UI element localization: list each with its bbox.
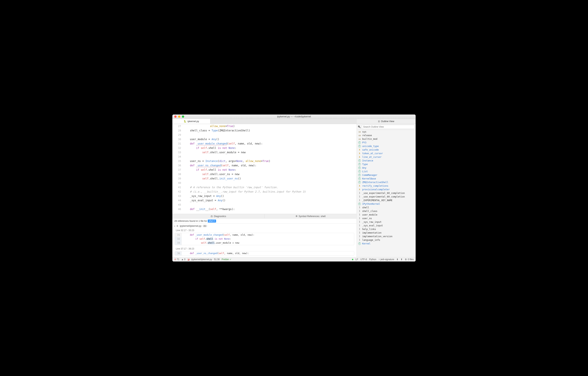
var-icon [358,239,361,241]
encoding[interactable]: UTF-8 [361,258,367,261]
outline-item[interactable]: ZMQInteractiveShell [357,180,416,184]
outline-item[interactable]: IPythonKernel [357,202,416,206]
language-mode[interactable]: Python [369,258,376,261]
references-file-count: 21 [203,225,207,227]
outline-item-label: implementation [362,231,381,234]
outline-item[interactable]: rectify_completions [357,184,416,188]
reference-range[interactable]: Line 37:17 - 39:23 [172,247,356,251]
outline-item[interactable]: KernelBase [357,177,416,180]
outline-tab[interactable]: Outline View [357,119,416,124]
outline-item-label: Any [362,167,366,169]
outline-item-label: _EXPERIMENTAL_KEY_NAME [362,199,392,202]
outline-item-label: token_at_cursor [362,152,383,155]
diagnostics-tab[interactable]: ⚖ Diagnostics [172,214,265,218]
outline-item-label: Kernel [362,242,370,245]
outline-icon [378,120,380,123]
references-token: shell [208,219,216,223]
cursor-position[interactable]: 51:30 [214,258,220,261]
outline-item[interactable]: _sys_eval_input [357,224,416,227]
outline-item-label: shell_class [362,210,377,212]
minimize-window-button[interactable] [178,115,180,118]
close-window-button[interactable] [174,115,177,118]
dock-tabs: ⚖ Diagnostics ✲ Symbol References: shell [172,214,356,219]
outline-item-label: language_info [362,239,380,241]
outline-item-label: safe_unicode [362,148,379,151]
warning-count[interactable]: ▲ 0 [181,258,185,261]
outline-item[interactable]: CommManager [357,173,416,177]
outline-item[interactable]: user_module [357,213,416,217]
func-icon [358,152,361,155]
outline-item[interactable]: release [357,134,416,137]
titlebar: ipykernel.py — ~/code/ipykernel [172,115,416,119]
editor-tab[interactable]: ipkernel.py [172,119,210,124]
class-icon [358,181,361,184]
prettier-status[interactable]: Prettier ✓ [222,258,232,261]
outline-item[interactable]: _EXPERIMENTAL_KEY_NAME [357,198,416,202]
outline-item-label: _use_experimental_60_completion [362,192,405,194]
references-icon: ✲ [296,215,298,218]
window-controls [174,115,184,118]
outline-item-label: user_ns [362,217,372,220]
var-icon [358,213,361,216]
references-file-node[interactable]: ipykernel/ipkernel.py 21 [172,224,356,228]
outline-item[interactable]: PY3 [357,141,416,144]
outline-item[interactable]: implementation_version [357,235,416,238]
outline-item[interactable]: Type [357,162,416,166]
file-icon [176,225,179,227]
outline-item[interactable]: _use_experimental_60_completion [357,191,416,195]
tab-bar: ipkernel.py Outline View [172,119,416,124]
outline-item[interactable]: builtin_mod [357,137,416,141]
outline-item[interactable]: shell [357,206,416,209]
lsp-status[interactable]: ⑂ jedi-signature [379,258,394,261]
symbol-references-tab[interactable]: ✲ Symbol References: shell [265,214,356,218]
error-count[interactable]: ⊘ 71 [174,258,179,261]
code-editor[interactable]: 2728293031323334353637383940414243444546… [172,124,356,214]
outline-item-label: ZMQInteractiveShell [362,181,388,184]
chevron-down-icon [174,225,175,227]
outline-item[interactable]: line_at_cursor [357,155,416,159]
outline-search-input[interactable] [362,125,415,129]
zoom-window-button[interactable] [182,115,184,118]
var-icon [358,228,361,230]
outline-item[interactable]: _sys_raw_input [357,220,416,224]
outline-item[interactable]: sys [357,130,416,134]
outline-item[interactable]: List [357,170,416,173]
outline-item[interactable]: user_ns [357,217,416,220]
outline-item[interactable]: provisionalcompleter [357,188,416,191]
upload-icon[interactable]: ⬆ [401,258,403,261]
files-count[interactable]: 🗎 0 files [405,258,414,261]
line-ending[interactable]: LF [356,258,358,261]
reference-snippet[interactable]: 36 def _user_ns_changed(self, name, old,… [175,251,354,256]
code-area[interactable]: allow_none=True) shell_class = Type(ZMQI… [184,124,356,214]
outline-item[interactable]: implementation [357,231,416,235]
edit-icon[interactable]: ◪ [187,258,190,261]
outline-item[interactable]: token_at_cursor [357,152,416,155]
outline-search-row [357,124,416,130]
outline-item[interactable]: Any [357,166,416,170]
outline-item[interactable]: language_info [357,238,416,242]
outline-item-label: user_module [362,213,377,216]
class-icon [358,159,361,162]
outline-item[interactable]: unicode_type [357,144,416,148]
outline-item[interactable]: _use_experimental_60_completion [357,195,416,198]
outline-item-label: help_links [362,228,376,230]
status-file-path[interactable]: ipykernel/ipkernel.py [191,258,212,261]
outline-list[interactable]: sysreleasebuiltin_modPY3unicode_typesafe… [357,130,416,257]
outline-item-label: unicode_type [362,145,379,147]
outline-item[interactable]: Instance [357,159,416,162]
outline-item[interactable]: Kernel [357,242,416,245]
class-icon [358,242,361,245]
outline-item[interactable]: shell_class [357,209,416,213]
download-icon[interactable]: ⬇ [396,258,398,261]
status-right: LF UTF-8 Python ⑂ jedi-signature ⬇ ⬆ 🗎 0… [352,258,414,261]
outline-item-label: release [362,134,372,137]
python-icon [184,120,186,123]
func-icon [358,185,361,187]
var-icon [358,221,361,223]
outline-item[interactable]: safe_unicode [357,148,416,152]
reference-range[interactable]: Line 32:17 - 33:23 [172,228,356,232]
line-gutter: 2728293031323334353637383940414243444546 [172,124,184,214]
references-summary: 28 references found in 1 file for shell [172,219,356,224]
outline-item[interactable]: help_links [357,227,416,231]
reference-snippet[interactable]: 31 def _user_module_changed(self, name, … [175,233,354,245]
